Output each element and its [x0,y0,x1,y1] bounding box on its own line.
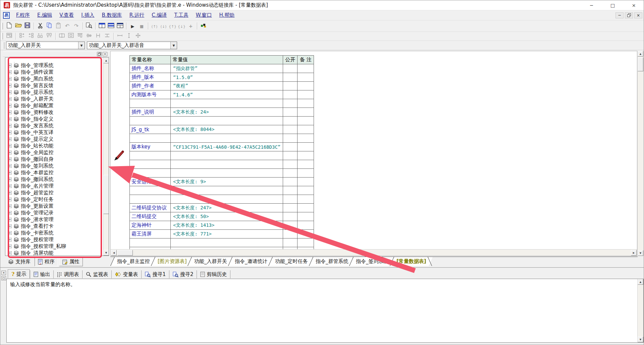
constant-note-cell[interactable] [298,134,314,143]
constant-note-cell[interactable] [298,108,314,117]
tree-item[interactable]: +指令_插件设置 [8,69,54,75]
expand-plus-icon[interactable]: + [8,111,12,114]
expand-plus-icon[interactable]: + [8,97,12,101]
expand-plus-icon[interactable]: + [8,131,12,134]
tree-item[interactable]: +指令_提示定义 [8,136,54,142]
expand-plus-icon[interactable]: + [8,104,12,108]
constant-note-cell[interactable] [298,64,314,73]
panel-tab-支持库[interactable]: 支持库 [5,258,34,266]
mdi-close-button[interactable]: × [634,12,642,18]
tree-item[interactable]: +指令_清屏功能 [8,250,54,256]
constant-value-cell[interactable] [171,186,283,195]
scroll-up-button[interactable]: ▲ [638,51,643,57]
constant-note-cell[interactable] [298,117,314,125]
constant-value-cell[interactable]: “1.4.6” [171,90,283,99]
tree-item[interactable]: +指令_中英互译 [8,129,54,136]
menu-item-7[interactable]: T.工具 [171,11,192,19]
constant-note-cell[interactable] [298,195,314,204]
step-into-button[interactable]: (↓) [159,22,168,30]
tree-item[interactable]: +指令_授权管理 [8,236,54,243]
expand-plus-icon[interactable]: + [8,204,12,208]
expand-plus-icon[interactable]: + [8,251,12,255]
constant-value-cell[interactable]: <文本长度: 1413> [171,221,283,230]
toolbar-grip[interactable] [2,23,3,29]
tree-item[interactable]: +指令_查看打卡 [8,223,54,229]
expand-plus-icon[interactable]: + [8,70,12,74]
menu-item-0[interactable]: F.程序 [12,11,34,19]
tree-scrollbar[interactable]: ▲ ▼ [103,58,109,256]
tile-mixed-button[interactable] [115,22,124,30]
constant-note-cell[interactable] [298,82,314,90]
expand-plus-icon[interactable]: + [8,218,12,221]
constant-note-cell[interactable] [298,151,314,160]
constant-value-cell[interactable] [171,160,283,169]
tile-horizontal-button[interactable] [106,22,115,30]
step-over-button[interactable]: (↑) [150,22,159,30]
constant-public-cell[interactable] [283,186,298,195]
scroll-down-button[interactable]: ▼ [638,250,643,256]
constant-value-cell[interactable]: <文本长度: 24> [171,108,283,117]
sheet-tab[interactable]: 指令_邀请统计 [228,257,274,266]
constant-note-cell[interactable] [298,212,314,221]
menu-item-6[interactable]: C.编译 [148,11,170,19]
constant-public-cell[interactable] [283,221,298,230]
constant-note-cell[interactable] [298,221,314,230]
tree-item[interactable]: +指令_潜水管理 [8,216,54,223]
tree-item[interactable]: +指令_发言系统 [8,122,54,129]
copy-button[interactable] [45,22,54,30]
mdi-restore-button[interactable] [625,12,633,18]
output-scrollbar[interactable]: ▲ ▼ [637,279,643,342]
constant-note-cell[interactable] [298,90,314,99]
center-horizontal-button[interactable] [57,32,66,41]
expand-plus-icon[interactable]: + [8,77,12,81]
tree-item[interactable]: +指令_留言反馈 [8,82,54,89]
expand-plus-icon[interactable]: + [8,198,12,201]
tree-item[interactable]: +指令_本群监控 [8,169,54,176]
add-top-button[interactable] [36,32,45,41]
cut-button[interactable] [36,22,45,30]
constant-value-cell[interactable]: “指尖群管” [171,64,283,73]
constant-name-cell[interactable] [130,160,171,169]
constant-name-cell[interactable]: 霸王清屏 [130,230,171,238]
panel-tab-属性[interactable]: 属性 [59,257,83,266]
sheet-tab[interactable]: 功能_入群开关 [187,257,233,266]
expand-plus-icon[interactable]: + [8,90,12,94]
find-button[interactable] [85,22,94,30]
output-tab-监视表[interactable]: 监视表 [83,270,112,278]
menu-item-9[interactable]: H.帮助 [216,11,238,19]
output-tab-剪辑历史[interactable]: 剪辑历史 [197,270,230,278]
tree-item[interactable]: +指令_更新设置 [8,203,54,209]
menu-item-2[interactable]: V.查看 [56,11,77,19]
constant-name-cell[interactable] [130,195,171,204]
expand-plus-icon[interactable]: + [8,245,12,248]
constant-public-cell[interactable] [283,117,298,125]
expand-plus-icon[interactable]: + [8,191,12,195]
expand-plus-icon[interactable]: + [8,184,12,188]
constant-value-cell[interactable] [171,134,283,143]
tree-item[interactable]: +指令_黑白系统 [8,75,54,82]
expand-plus-icon[interactable]: + [8,64,12,67]
constant-public-cell[interactable] [283,73,298,82]
add-bottom-button[interactable] [45,32,54,41]
expand-plus-icon[interactable]: + [8,117,12,121]
tree-item[interactable]: +指令_提示系统 [8,89,54,95]
panel-tab-程序[interactable]: 程序 [35,257,58,266]
menu-item-5[interactable]: R.运行 [126,11,148,19]
tree-item[interactable]: +指令_管理系统 [8,62,54,69]
same-height-button[interactable] [124,32,133,41]
table-hscrollbar[interactable]: ◀ ▶ [111,249,637,256]
scroll-up-button[interactable]: ▲ [103,58,109,63]
toolbar-grip[interactable] [2,33,3,40]
add-right-button[interactable] [26,32,36,41]
constant-value-cell[interactable] [171,238,283,247]
constant-public-cell[interactable] [283,151,298,160]
constant-note-cell[interactable] [298,204,314,212]
constant-value-cell[interactable]: “CF13C791-F5A1-4A60-9E42-47A5C216BD3C” [171,143,283,151]
same-width-button[interactable] [115,32,124,41]
constant-name-cell[interactable] [130,169,171,178]
constant-name-cell[interactable] [130,99,171,108]
sheet-tab[interactable]: 功能_定时任务 [268,257,314,266]
menu-item-3[interactable]: I.插入 [77,11,98,19]
new-file-button[interactable] [5,22,14,30]
constant-value-cell[interactable]: “1.5.0” [171,73,283,82]
